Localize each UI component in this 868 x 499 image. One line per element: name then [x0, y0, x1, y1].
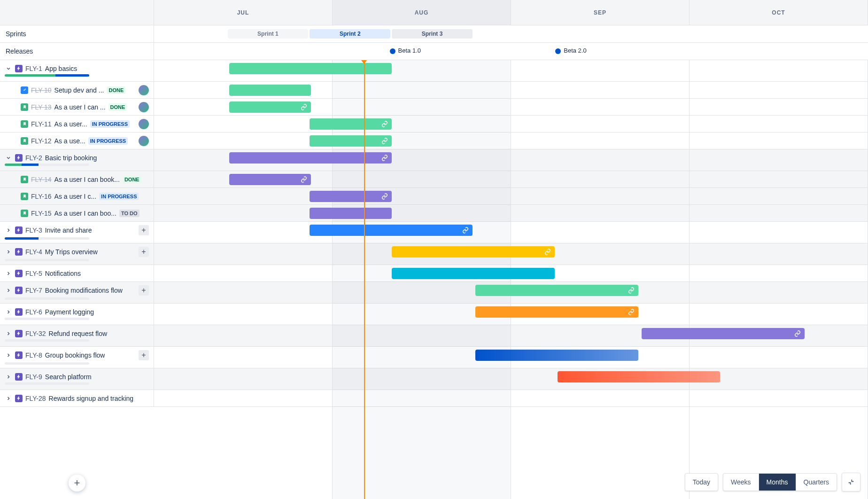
issue-summary[interactable]: Setup dev and ...: [54, 86, 104, 94]
timeline-bar[interactable]: [310, 191, 392, 202]
issue-summary[interactable]: As a use...: [54, 137, 85, 145]
add-child-button[interactable]: +: [139, 285, 149, 296]
sprint-sprint-1[interactable]: Sprint 1: [228, 29, 309, 39]
timeline-bar[interactable]: [229, 174, 311, 185]
issue-key[interactable]: FLY-1: [25, 65, 42, 72]
release-dot[interactable]: [555, 48, 561, 54]
issue-row: FLY-16As a user I c...IN PROGRESS: [0, 188, 868, 205]
issue-row: FLY-10Setup dev and ...DONE: [0, 82, 868, 99]
sprint-sprint-3[interactable]: Sprint 3: [392, 29, 473, 39]
issue-summary[interactable]: Invite and share: [45, 226, 92, 234]
timeline-bar[interactable]: [475, 350, 638, 361]
timeline-bar[interactable]: [310, 118, 392, 130]
timeline-bar[interactable]: [392, 246, 555, 257]
status-badge: DONE: [123, 176, 141, 183]
chevron-right-icon[interactable]: [5, 330, 12, 337]
chevron-right-icon[interactable]: [5, 287, 12, 294]
issue-key[interactable]: FLY-12: [31, 137, 52, 145]
add-child-button[interactable]: +: [139, 350, 149, 360]
issue-summary[interactable]: Search platform: [45, 373, 92, 381]
release-dot[interactable]: [390, 48, 395, 54]
issue-summary[interactable]: Refund request flow: [49, 330, 108, 337]
chevron-right-icon[interactable]: [5, 226, 12, 234]
timeline-bar[interactable]: [475, 285, 638, 296]
issue-summary[interactable]: My Trips overview: [45, 248, 98, 256]
chevron-down-icon[interactable]: [5, 65, 12, 72]
issue-key[interactable]: FLY-11: [31, 120, 52, 128]
issue-key[interactable]: FLY-8: [25, 351, 42, 359]
timeline-bar[interactable]: [310, 208, 392, 219]
epic-icon: [15, 287, 23, 294]
issue-key[interactable]: FLY-3: [25, 226, 42, 234]
timeline-bar[interactable]: [642, 328, 805, 339]
epic-icon: [15, 226, 23, 234]
epic-icon: [15, 330, 23, 337]
issue-key[interactable]: FLY-4: [25, 248, 42, 256]
month-aug: AUG: [333, 0, 511, 25]
chevron-down-icon[interactable]: [5, 154, 12, 162]
month-oct: OCT: [690, 0, 868, 25]
add-epic-fab[interactable]: +: [69, 475, 85, 491]
issue-summary[interactable]: As a user...: [54, 120, 87, 128]
issue-summary[interactable]: Group bookings flow: [45, 351, 105, 359]
epic-row: FLY-28Rewards signup and tracking: [0, 390, 868, 407]
issue-key[interactable]: FLY-15: [31, 210, 52, 217]
months-button[interactable]: Months: [759, 474, 796, 491]
quarters-button[interactable]: Quarters: [796, 474, 837, 491]
add-child-button[interactable]: +: [139, 247, 149, 257]
timeline-bar[interactable]: [475, 306, 638, 318]
issue-summary[interactable]: Payment logging: [45, 308, 94, 316]
today-button[interactable]: Today: [685, 473, 718, 491]
chevron-right-icon[interactable]: [5, 270, 12, 277]
timeline-bar[interactable]: [310, 225, 473, 236]
issue-key[interactable]: FLY-2: [25, 154, 42, 162]
epic-row: FLY-9Search platform: [0, 368, 868, 390]
issue-summary[interactable]: App basics: [45, 65, 77, 72]
collapse-icon[interactable]: [842, 473, 860, 491]
story-icon: [21, 120, 28, 128]
timeline-bar[interactable]: [392, 268, 555, 279]
epic-icon: [15, 154, 23, 162]
issue-key[interactable]: FLY-28: [25, 395, 46, 402]
chevron-right-icon[interactable]: [5, 351, 12, 359]
epic-row: FLY-5Notifications: [0, 265, 868, 282]
chevron-right-icon[interactable]: [5, 395, 12, 402]
issue-key[interactable]: FLY-13: [31, 103, 52, 111]
issue-key[interactable]: FLY-32: [25, 330, 46, 337]
timeline-bar[interactable]: [310, 135, 392, 147]
issue-key[interactable]: FLY-7: [25, 287, 42, 294]
issue-key[interactable]: FLY-10: [31, 86, 52, 94]
avatar[interactable]: [139, 136, 149, 146]
issue-key[interactable]: FLY-9: [25, 373, 42, 381]
chevron-right-icon[interactable]: [5, 373, 12, 381]
avatar[interactable]: [139, 119, 149, 129]
issue-summary[interactable]: Basic trip booking: [45, 154, 97, 162]
issue-summary[interactable]: Booking modifications flow: [45, 287, 123, 294]
progress-bar: [5, 362, 89, 365]
sprint-sprint-2[interactable]: Sprint 2: [310, 29, 390, 39]
avatar[interactable]: [139, 102, 149, 112]
issue-row: FLY-13As a user I can ...DONE: [0, 99, 868, 116]
issue-summary[interactable]: As a user I c...: [54, 193, 96, 200]
issue-key[interactable]: FLY-6: [25, 308, 42, 316]
issue-summary[interactable]: As a user I can boo...: [54, 210, 116, 217]
issue-summary[interactable]: As a user I can ...: [54, 103, 106, 111]
avatar[interactable]: [139, 85, 149, 95]
timeline-bar[interactable]: [229, 101, 311, 113]
timeline-bar[interactable]: [229, 85, 311, 96]
timeline-bar[interactable]: [558, 371, 721, 382]
issue-summary[interactable]: Notifications: [45, 270, 81, 277]
weeks-button[interactable]: Weeks: [723, 474, 759, 491]
epic-icon: [15, 248, 23, 256]
issue-key[interactable]: FLY-14: [31, 176, 52, 183]
issue-summary[interactable]: As a user I can book...: [54, 176, 120, 183]
chevron-right-icon[interactable]: [5, 308, 12, 316]
add-child-button[interactable]: +: [139, 225, 149, 235]
chevron-right-icon[interactable]: [5, 248, 12, 256]
month-sep: SEP: [511, 0, 690, 25]
timeline-bar[interactable]: [229, 63, 392, 74]
issue-summary[interactable]: Rewards signup and tracking: [49, 395, 134, 402]
timeline-bar[interactable]: [229, 152, 392, 164]
issue-key[interactable]: FLY-5: [25, 270, 42, 277]
issue-key[interactable]: FLY-16: [31, 193, 52, 200]
